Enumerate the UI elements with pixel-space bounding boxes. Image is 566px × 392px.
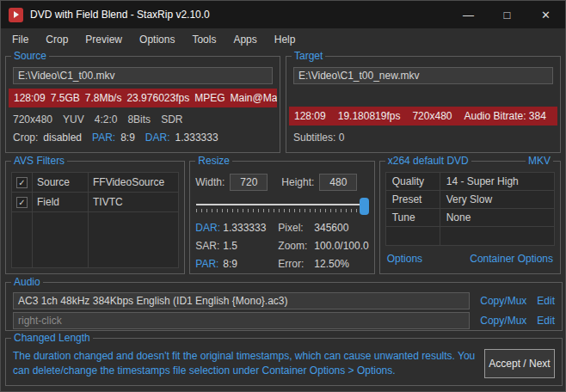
menu-item-file[interactable]: File [3, 29, 37, 50]
container-options-link[interactable]: Container Options [470, 253, 553, 265]
dar-value: 1.333333 [175, 132, 218, 144]
changed-length-group-label: Changed Length [11, 332, 93, 344]
staxrip-window: DVD with Field Blend - StaxRip v2.10.0 —… [0, 0, 566, 392]
width-label: Width: [195, 176, 225, 188]
audio-track2-copy-mux-link[interactable]: Copy/Mux [480, 315, 526, 327]
target-stats-bar: 128:09 19.180819fps 720x480 Audio Bitrat… [289, 107, 557, 126]
pixel-value: 345600 [314, 222, 368, 234]
width-input[interactable] [230, 174, 268, 191]
filter-value: FFVideoSource [87, 176, 164, 188]
encoder-settings-list: Quality 14 - Super High Preset Very Slow… [385, 172, 555, 246]
maximize-button[interactable]: □ [488, 1, 526, 28]
zoom-label: Zoom: [278, 240, 314, 252]
target-groupbox: Target 128:09 19.180819fps 720x480 Audio… [286, 56, 561, 153]
encoder-row-preset[interactable]: Preset Very Slow [386, 191, 554, 209]
target-group-label: Target [292, 50, 325, 62]
pixel-label: Pixel: [278, 222, 314, 234]
audio-track1-input[interactable] [13, 292, 470, 309]
source-crop-row: Crop: disabled PAR: 8:9 DAR: 1.333333 [13, 132, 273, 144]
crop-label: Crop: [13, 132, 38, 144]
column-divider [88, 173, 89, 267]
encoder-group-label[interactable]: x264 default DVD [385, 155, 471, 167]
source-resolution: 720x480 [13, 113, 52, 126]
source-groupbox: Source 128:09 7.5GB 7.8Mb/s 23.976023fps… [5, 56, 280, 153]
app-icon [9, 8, 23, 22]
checkbox-checked-icon[interactable]: ✓ [16, 197, 28, 208]
source-framerate: 23.976023fps [126, 92, 189, 104]
resize-groupbox: Resize Width: Height: DAR: 1.333333 Pixe… [189, 161, 374, 274]
container-format-link[interactable]: MKV [526, 155, 553, 167]
source-chroma: 4:2:0 [95, 113, 118, 126]
setting-name: Tune [386, 211, 440, 224]
par-label: PAR: [195, 258, 223, 270]
checkbox-checked-icon[interactable]: ✓ [16, 177, 28, 188]
changed-length-message: The duration changed and doesn't fit the… [13, 349, 477, 378]
source-bitdepth: 8Bits [127, 113, 151, 126]
filter-row-field[interactable]: ✓ Field TIVTC [12, 193, 178, 212]
source-path-input[interactable] [13, 67, 273, 84]
avs-filters-groupbox: AVS Filters ✓ Source FFVideoSource ✓ Fie… [5, 161, 185, 274]
accept-next-button[interactable]: Accept / Next [484, 349, 555, 378]
menu-item-preview[interactable]: Preview [77, 29, 131, 50]
crop-value[interactable]: disabled [43, 132, 82, 144]
changed-length-groupbox: Changed Length The duration changed and … [5, 338, 563, 386]
par-value: 8:9 [223, 258, 278, 270]
height-label: Height: [281, 176, 314, 188]
resize-slider-handle[interactable] [360, 198, 369, 215]
zoom-value: 100.0/100.0 [314, 240, 368, 252]
menu-bar: File Crop Preview Options Tools Apps Hel… [1, 28, 565, 51]
target-framerate: 19.180819fps [338, 110, 401, 122]
avs-filter-list: ✓ Source FFVideoSource ✓ Field TIVTC [11, 172, 179, 268]
menu-item-help[interactable]: Help [266, 29, 305, 50]
source-profile: Main@Main [231, 92, 278, 104]
audio-track2-input[interactable] [13, 312, 470, 329]
audio-groupbox: Audio Copy/Mux Edit Copy/Mux Edit [5, 282, 563, 331]
minimize-button[interactable]: — [449, 1, 488, 28]
filter-row-source[interactable]: ✓ Source FFVideoSource [12, 173, 178, 193]
menu-item-tools[interactable]: Tools [183, 29, 225, 50]
source-colorspace: YUV [63, 113, 84, 126]
source-bitrate: 7.8Mb/s [85, 92, 122, 104]
column-divider [440, 173, 440, 245]
error-label: Error: [278, 258, 314, 270]
slider-track [196, 204, 367, 205]
source-size: 7.5GB [51, 92, 80, 104]
par-value: 8:9 [120, 132, 135, 144]
main-content: Source 128:09 7.5GB 7.8Mb/s 23.976023fps… [1, 51, 565, 391]
filter-value: TIVTC [87, 196, 123, 208]
avs-filters-group-label: AVS Filters [11, 155, 67, 167]
audio-track1-edit-link[interactable]: Edit [537, 295, 555, 307]
dar-label: DAR: [195, 222, 223, 234]
sar-label: SAR: [195, 240, 223, 252]
setting-value: Very Slow [440, 193, 492, 205]
dar-value: 1.333333 [223, 222, 278, 234]
error-value: 12.50% [314, 258, 368, 270]
menu-item-options[interactable]: Options [131, 29, 183, 50]
source-group-label: Source [11, 50, 49, 62]
resize-slider[interactable] [195, 198, 368, 217]
encoder-row-quality[interactable]: Quality 14 - Super High [386, 173, 554, 191]
dar-label: DAR: [145, 132, 170, 144]
audio-track2-edit-link[interactable]: Edit [537, 315, 555, 327]
height-input[interactable] [319, 174, 357, 191]
audio-track1-copy-mux-link[interactable]: Copy/Mux [480, 295, 526, 307]
target-duration: 128:09 [294, 110, 326, 122]
title-bar[interactable]: DVD with Field Blend - StaxRip v2.10.0 —… [1, 1, 565, 28]
resize-group-label: Resize [195, 155, 232, 167]
target-subtitles-row: Subtitles: 0 [293, 132, 553, 144]
source-range: SDR [161, 113, 182, 126]
par-label: PAR: [92, 132, 115, 144]
window-title: DVD with Field Blend - StaxRip v2.10.0 [30, 9, 449, 21]
menu-item-apps[interactable]: Apps [225, 29, 265, 50]
target-path-input[interactable] [293, 67, 553, 84]
menu-item-crop[interactable]: Crop [37, 29, 77, 50]
encoder-row-tune[interactable]: Tune None [386, 209, 554, 227]
source-stats-bar: 128:09 7.5GB 7.8Mb/s 23.976023fps MPEG M… [9, 89, 277, 107]
filter-name: Field [32, 196, 87, 208]
close-button[interactable]: ✕ [526, 1, 565, 28]
audio-group-label: Audio [11, 276, 43, 288]
target-resolution: 720x480 [412, 110, 452, 122]
sar-value: 1.5 [223, 240, 278, 252]
options-link[interactable]: Options [387, 253, 422, 265]
resize-stats: DAR: 1.333333 Pixel: 345600 SAR: 1.5 Zoo… [195, 222, 368, 270]
